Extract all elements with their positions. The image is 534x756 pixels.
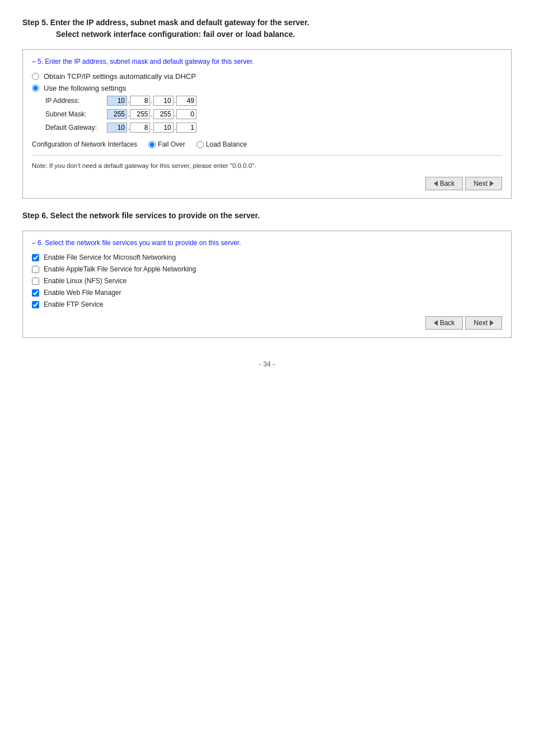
gateway-part-3[interactable] xyxy=(153,123,174,133)
gateway-part-2[interactable] xyxy=(130,123,150,133)
subnet-dot-2: . xyxy=(151,110,152,118)
service-checkbox-label-0: Enable File Service for Microsoft Networ… xyxy=(44,253,176,261)
step5-heading: Step 5. Enter the IP address, subnet mas… xyxy=(22,17,512,40)
subnet-dot-3: . xyxy=(174,110,176,118)
service-checkboxes: Enable File Service for Microsoft Networ… xyxy=(32,253,502,308)
step6-panel: – 6. Select the network file services yo… xyxy=(22,231,512,338)
service-checkbox-4[interactable] xyxy=(32,301,39,308)
gateway-fields: . . . xyxy=(107,123,196,133)
dhcp-radio[interactable] xyxy=(32,73,39,80)
page-number: - 34 - xyxy=(22,360,512,368)
manual-label: Use the following settings xyxy=(44,84,126,92)
service-checkbox-label-3: Enable Web File Manager xyxy=(44,289,121,297)
config-label: Configuration of Network Interfaces xyxy=(32,140,137,148)
ip-dot-1: . xyxy=(128,97,129,105)
ip-dot-2: . xyxy=(151,97,152,105)
subnet-mask-row: Subnet Mask: . . . xyxy=(45,109,502,119)
service-checkbox-row: Enable File Service for Microsoft Networ… xyxy=(32,253,502,261)
ip-fields: . . . xyxy=(107,96,196,106)
step6-nav: Back Next xyxy=(32,316,502,330)
subnet-label: Subnet Mask: xyxy=(45,110,107,118)
failover-option: Fail Over xyxy=(148,140,185,148)
service-checkbox-3[interactable] xyxy=(32,289,39,297)
service-checkbox-label-2: Enable Linux (NFS) Service xyxy=(44,277,127,285)
step6-back-button[interactable]: Back xyxy=(425,316,463,330)
step5-nav: Back Next xyxy=(32,177,502,190)
subnet-part-2[interactable] xyxy=(130,109,150,119)
loadbalance-radio[interactable] xyxy=(196,141,204,148)
service-checkbox-label-4: Enable FTP Service xyxy=(44,300,104,308)
step6-panel-title: – 6. Select the network file services yo… xyxy=(32,239,502,247)
step6-next-button[interactable]: Next xyxy=(465,316,502,330)
subnet-fields: . . . xyxy=(107,109,196,119)
ip-part-1[interactable] xyxy=(107,96,127,106)
service-checkbox-row: Enable AppleTalk File Service for Apple … xyxy=(32,265,502,273)
loadbalance-label: Load Balance xyxy=(206,140,247,148)
ip-label: IP Address: xyxy=(45,97,107,105)
service-checkbox-1[interactable] xyxy=(32,266,39,273)
service-checkbox-row: Enable FTP Service xyxy=(32,300,502,308)
step6-back-arrow-icon xyxy=(434,320,438,326)
gateway-part-4[interactable] xyxy=(176,123,196,133)
step6-next-arrow-icon xyxy=(490,320,494,326)
ip-part-3[interactable] xyxy=(153,96,174,106)
config-row: Configuration of Network Interfaces Fail… xyxy=(32,140,502,148)
ip-part-4[interactable] xyxy=(176,96,196,106)
gateway-part-1[interactable] xyxy=(107,123,127,133)
failover-radio[interactable] xyxy=(148,141,156,148)
step5-note: Note: If you don't need a default gatewa… xyxy=(32,162,502,169)
manual-radio[interactable] xyxy=(32,84,39,92)
gateway-dot-3: . xyxy=(174,124,176,132)
service-checkbox-label-1: Enable AppleTalk File Service for Apple … xyxy=(44,265,196,273)
back-arrow-icon xyxy=(434,181,438,186)
step5-next-button[interactable]: Next xyxy=(465,177,502,190)
service-checkbox-2[interactable] xyxy=(32,278,39,285)
gateway-label: Default Gateway: xyxy=(45,124,107,132)
subnet-part-1[interactable] xyxy=(107,109,127,119)
step6-back-label: Back xyxy=(440,319,455,327)
ip-part-2[interactable] xyxy=(130,96,150,106)
step5-back-label: Back xyxy=(440,180,455,187)
step5-back-button[interactable]: Back xyxy=(425,177,463,190)
step6-next-label: Next xyxy=(474,319,488,327)
service-checkbox-row: Enable Web File Manager xyxy=(32,289,502,297)
manual-radio-row: Use the following settings xyxy=(32,84,502,92)
gateway-row: Default Gateway: . . . xyxy=(45,123,502,133)
step5-panel: – 5. Enter the IP address, subnet mask a… xyxy=(22,49,512,199)
service-checkbox-0[interactable] xyxy=(32,254,39,261)
dhcp-label: Obtain TCP/IP settings automatically via… xyxy=(44,72,196,81)
step5-panel-title: – 5. Enter the IP address, subnet mask a… xyxy=(32,58,502,65)
dhcp-radio-row: Obtain TCP/IP settings automatically via… xyxy=(32,72,502,81)
ip-address-row: IP Address: . . . xyxy=(45,96,502,106)
subnet-dot-1: . xyxy=(128,110,129,118)
subnet-part-4[interactable] xyxy=(176,109,196,119)
service-checkbox-row: Enable Linux (NFS) Service xyxy=(32,277,502,285)
divider xyxy=(32,155,502,156)
failover-label: Fail Over xyxy=(158,140,185,148)
next-arrow-icon xyxy=(490,181,494,186)
step5-next-label: Next xyxy=(474,180,488,187)
step6-heading: Step 6. Select the network file services… xyxy=(22,210,512,222)
gateway-dot-1: . xyxy=(128,124,129,132)
gateway-dot-2: . xyxy=(151,124,152,132)
loadbalance-option: Load Balance xyxy=(196,140,247,148)
ip-dot-3: . xyxy=(174,97,176,105)
subnet-part-3[interactable] xyxy=(153,109,174,119)
